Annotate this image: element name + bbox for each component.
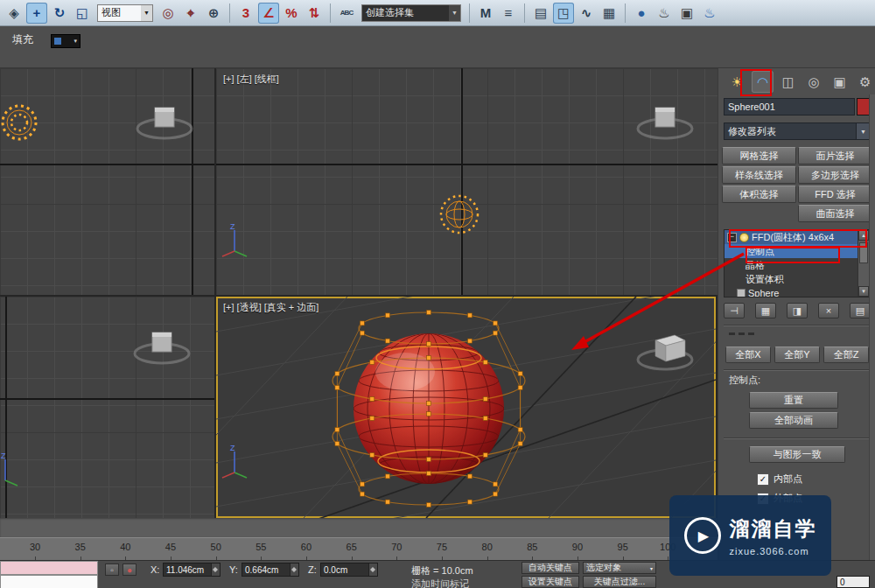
object-name-field[interactable]: Sphere001 (724, 98, 855, 116)
configure-sets-icon[interactable]: ▤ (850, 303, 871, 318)
expander-icon[interactable]: − (727, 233, 737, 242)
reset-button[interactable]: 重置 (749, 392, 838, 409)
poly-select-button[interactable]: 多边形选择 (798, 166, 872, 184)
stack-item-control-points[interactable]: 控制点 (724, 244, 859, 258)
scroll-up-icon[interactable]: ▲ (858, 230, 869, 241)
select-and-move-icon[interactable]: + (26, 3, 47, 24)
mirror-icon[interactable]: M (475, 3, 496, 24)
viewport-front[interactable]: Z (0, 297, 214, 518)
align-icon[interactable]: ≡ (498, 3, 519, 24)
viewport-left[interactable]: [+] [左] [线框] Z (216, 68, 718, 295)
make-unique-icon[interactable]: ◨ (787, 303, 808, 318)
modifier-list-dropdown[interactable]: 修改器列表 ▼ (724, 122, 871, 140)
timeline-tick-label: 50 (206, 542, 227, 552)
viewport-perspective[interactable]: [+] [透视] [真实 + 边面] (216, 297, 716, 518)
viewcube[interactable] (134, 92, 195, 146)
add-time-tag[interactable]: 添加时间标记 (411, 578, 469, 588)
timeline-ruler[interactable]: 3035404550556065707580859095100 (0, 537, 718, 561)
ffd-select-button[interactable]: FFD 选择 (798, 186, 872, 203)
use-pivot-center-icon[interactable]: ◎ (158, 3, 178, 24)
maxscript-mini-listener[interactable] (0, 575, 98, 588)
all-y-button[interactable]: 全部Y (774, 346, 820, 363)
viewcube[interactable] (634, 92, 696, 146)
percent-snap-icon[interactable]: % (281, 3, 302, 24)
stack-item-lattice[interactable]: 晶格 (724, 258, 859, 272)
tab-motion[interactable]: ◎ (803, 71, 824, 93)
inside-points-checkbox[interactable]: ✓ 内部点 (757, 472, 802, 486)
key-filters-button[interactable]: 关键点过滤... (583, 576, 656, 588)
viewport-top[interactable] (0, 68, 214, 295)
panel-scrollbar[interactable] (869, 94, 875, 560)
track-bar[interactable] (0, 518, 718, 538)
dope-sheet-icon[interactable]: ▦ (598, 3, 620, 24)
ref-coord-dropdown[interactable]: 视图▼ (97, 4, 153, 22)
selection-lock-icon[interactable]: ● (122, 564, 136, 576)
frame-number-field[interactable]: 0 (836, 576, 870, 588)
stack-item-set-volume[interactable]: 设置体积 (724, 272, 859, 286)
curve-editor-icon[interactable]: ∿ (576, 3, 597, 24)
viewcube[interactable] (131, 317, 192, 371)
all-x-button[interactable]: 全部X (725, 346, 771, 363)
scroll-down-icon[interactable]: ▼ (858, 286, 869, 297)
pin-stack-icon[interactable]: ⊣ (724, 303, 745, 318)
select-and-rotate-icon[interactable]: ↻ (49, 3, 70, 24)
ribbon-minimize-dropdown[interactable]: ▾ (51, 34, 80, 48)
stack-item-ffd[interactable]: − FFD(圆柱体) 4x6x4 (724, 230, 859, 244)
ribbon-tab-fill[interactable]: 填充 (12, 32, 33, 47)
stack-scrollbar[interactable]: ▲ ▼ (858, 230, 870, 297)
patch-select-button[interactable]: 面片选择 (798, 147, 872, 164)
render-production-icon[interactable]: ♨ (699, 3, 720, 24)
select-and-link-icon[interactable]: ◈ (4, 3, 24, 24)
isolate-selection-icon[interactable]: ▫ (105, 564, 119, 576)
viewcube[interactable] (634, 323, 696, 377)
tab-hierarchy[interactable]: ◫ (778, 71, 799, 93)
layer-manager-icon[interactable]: ▤ (530, 3, 551, 24)
conform-button[interactable]: 与图形一致 (749, 446, 845, 463)
sphere-wireframe[interactable] (433, 188, 486, 241)
snap-toggle-icon[interactable]: 3 (235, 3, 256, 24)
spinner-icon[interactable] (211, 564, 220, 576)
auto-key-button[interactable]: 自动关键点 (522, 562, 579, 574)
modifier-bulb-icon[interactable] (739, 233, 749, 242)
tab-create[interactable]: ☀ (726, 71, 747, 93)
vol-select-button[interactable]: 体积选择 (722, 186, 796, 203)
timeline-tick-label: 55 (250, 542, 271, 552)
material-editor-icon[interactable]: ● (631, 3, 652, 24)
y-coordinate-field[interactable]: 0.664cm (242, 563, 299, 577)
axis-tripod: Z (0, 451, 23, 489)
x-coordinate-field[interactable]: 11.046cm (163, 563, 220, 577)
select-and-manipulate-icon[interactable]: ⌖ (180, 3, 201, 24)
tab-utilities[interactable]: ⚙ (855, 71, 875, 93)
spline-select-button[interactable]: 样条线选择 (722, 166, 796, 184)
animate-all-button[interactable]: 全部动画 (749, 412, 838, 429)
ffd-sphere[interactable] (306, 297, 551, 518)
angle-snap-icon[interactable]: ∠ (258, 3, 279, 24)
maxscript-mini-listener[interactable] (0, 561, 98, 575)
edit-named-sets-icon[interactable]: ABC (336, 3, 357, 24)
render-setup-icon[interactable]: ♨ (654, 3, 675, 24)
rendered-frame-icon[interactable]: ▣ (676, 3, 697, 24)
spinner-icon[interactable] (368, 564, 377, 576)
tab-display[interactable]: ▣ (829, 71, 850, 93)
set-key-button[interactable]: 设置关键点 (522, 576, 579, 588)
viewport-label[interactable]: [+] [透视] [真实 + 边面] (223, 301, 318, 314)
spacewarp-bind-icon[interactable]: ⊕ (203, 3, 224, 24)
viewport-label[interactable]: [+] [左] [线框] (223, 73, 279, 86)
remove-modifier-icon[interactable]: × (818, 303, 839, 318)
stack-item-sphere[interactable]: Sphere (724, 286, 859, 298)
graphite-toggle-icon[interactable]: ◳ (553, 3, 574, 24)
sphere-ffd-lattice-top[interactable] (0, 98, 44, 147)
key-mode-dropdown[interactable]: 选定对象 ▾ (583, 562, 656, 574)
show-end-result-icon[interactable]: ▦ (755, 303, 776, 318)
named-set-dropdown[interactable]: 创建选择集▼ (361, 4, 461, 22)
scroll-thumb[interactable] (859, 242, 868, 263)
spinner-icon[interactable] (290, 564, 298, 576)
mesh-select-button[interactable]: 网格选择 (722, 147, 796, 164)
tab-modify[interactable]: ◠ (752, 71, 773, 93)
z-coordinate-field[interactable]: 0.0cm (320, 563, 378, 577)
frame-value: 0 (840, 578, 845, 587)
spinner-snap-icon[interactable]: ⇅ (304, 3, 325, 24)
surface-select-button[interactable]: 曲面选择 (798, 205, 872, 222)
all-z-button[interactable]: 全部Z (823, 346, 869, 363)
select-and-scale-icon[interactable]: ◱ (72, 3, 93, 24)
